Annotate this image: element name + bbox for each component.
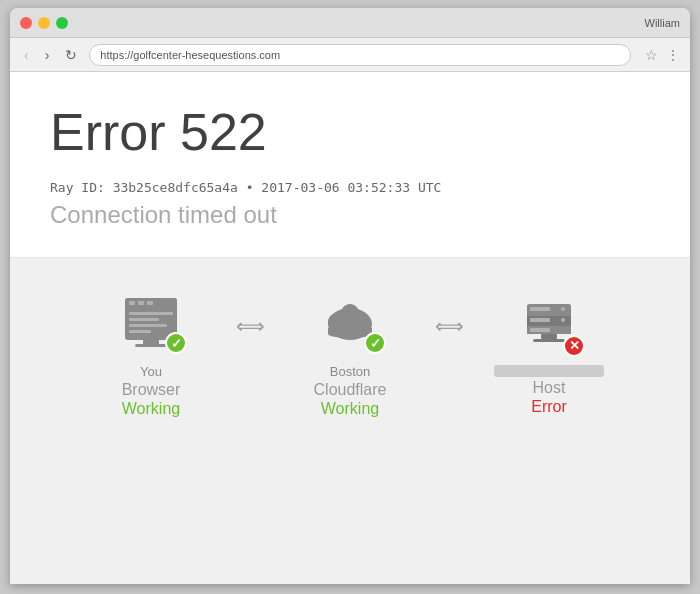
svg-rect-25 [530, 328, 550, 332]
host-label-main: Host [533, 379, 566, 397]
reload-button[interactable]: ↻ [61, 45, 81, 65]
minimize-button[interactable] [38, 17, 50, 29]
ray-id-value: 33b25ce8dfc65a4a [113, 180, 238, 195]
browser-status-badge: ✓ [165, 332, 187, 354]
svg-rect-22 [530, 318, 550, 322]
error-header: Error 522 Ray ID: 33b25ce8dfc65a4a • 201… [10, 72, 690, 258]
bullet: • [246, 180, 254, 195]
address-bar[interactable]: https://golfcenter-hesequestions.com [89, 44, 631, 66]
maximize-button[interactable] [56, 17, 68, 29]
svg-rect-27 [533, 339, 565, 342]
svg-rect-10 [135, 344, 167, 347]
host-status-text: Error [531, 398, 567, 416]
close-button[interactable] [20, 17, 32, 29]
diagram-item-host: ✕ Host Error [464, 291, 634, 416]
diagram-item-browser: ✓ You Browser Working [66, 288, 236, 418]
ray-id: Ray ID: 33b25ce8dfc65a4a • 2017-03-06 03… [50, 180, 650, 195]
forward-button[interactable]: › [41, 45, 54, 65]
host-label-blur [494, 365, 604, 377]
error-subtitle: Connection timed out [50, 201, 650, 229]
svg-rect-7 [129, 324, 167, 327]
menu-button[interactable]: ⋮ [666, 47, 680, 63]
page-content: Error 522 Ray ID: 33b25ce8dfc65a4a • 201… [10, 72, 690, 584]
browser-label-you: You [140, 364, 162, 379]
svg-rect-4 [147, 301, 153, 305]
arrow-left: ⟺ [236, 314, 265, 338]
diagram-item-cloudflare: ✓ Boston Cloudflare Working [265, 288, 435, 418]
cloudflare-label-location: Boston [330, 364, 370, 379]
url-text: https://golfcenter-hesequestions.com [100, 49, 280, 61]
ray-id-label: Ray ID: [50, 180, 105, 195]
nav-bar: ‹ › ↻ https://golfcenter-hesequestions.c… [10, 38, 690, 72]
back-button[interactable]: ‹ [20, 45, 33, 65]
svg-rect-19 [530, 307, 550, 311]
bookmark-button[interactable]: ☆ [645, 47, 658, 63]
server-icon-wrapper: ✕ [509, 291, 589, 361]
cloudflare-label-main: Cloudflare [314, 381, 387, 399]
diagram-section: ✓ You Browser Working ⟺ [10, 258, 690, 584]
nav-icons: ☆ ⋮ [645, 47, 680, 63]
cloud-icon-wrapper: ✓ [310, 288, 390, 358]
timestamp: 2017-03-06 03:52:33 UTC [261, 180, 441, 195]
host-status-badge: ✕ [563, 335, 585, 357]
svg-rect-5 [129, 312, 173, 315]
svg-point-14 [340, 304, 360, 328]
diagram-row: ✓ You Browser Working ⟺ [30, 288, 670, 418]
svg-rect-2 [129, 301, 135, 305]
browser-label-main: Browser [122, 381, 181, 399]
browser-icon-wrapper: ✓ [111, 288, 191, 358]
window-controls [20, 17, 68, 29]
cloudflare-status-badge: ✓ [364, 332, 386, 354]
error-title: Error 522 [50, 102, 650, 162]
cloudflare-status-text: Working [321, 400, 379, 418]
browser-status-text: Working [122, 400, 180, 418]
svg-rect-26 [541, 334, 557, 339]
svg-point-20 [561, 307, 565, 311]
title-bar: William [10, 8, 690, 38]
svg-rect-3 [138, 301, 144, 305]
browser-window: William ‹ › ↻ https://golfcenter-heseque… [10, 8, 690, 584]
user-name: William [645, 17, 680, 29]
svg-rect-8 [129, 330, 151, 333]
arrow-right: ⟺ [435, 314, 464, 338]
svg-point-23 [561, 318, 565, 322]
svg-rect-6 [129, 318, 159, 321]
